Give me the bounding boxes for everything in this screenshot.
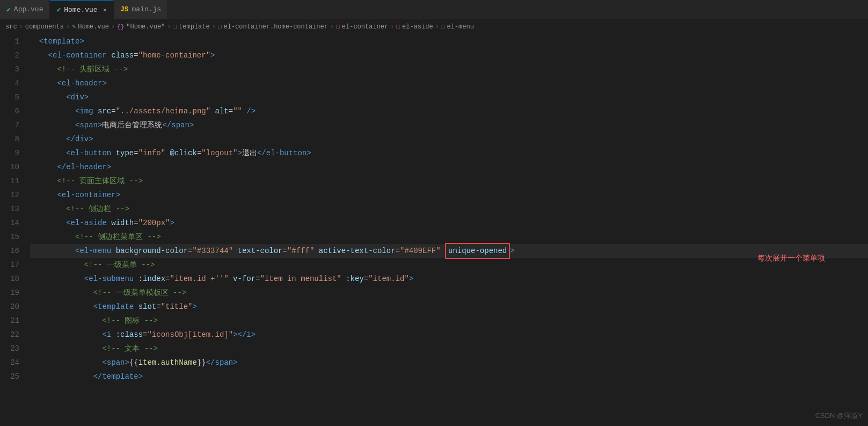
breadcrumb-el-menu: el-menu — [447, 23, 473, 31]
annotation: 每次展开一个菜单项 — [757, 251, 825, 265]
code-line-17: <!-- 一级菜单 --> — [30, 258, 868, 272]
breadcrumb-homevue-label: "Home.vue" — [126, 23, 165, 31]
vue-icon-home: ✔ — [56, 5, 61, 14]
code-line-9: <el-button type="info" @click="logout">退… — [30, 146, 868, 160]
line-num-9: 9 — [0, 146, 19, 160]
line-num-5: 5 — [0, 90, 19, 104]
tab-close-home[interactable]: ✕ — [103, 6, 107, 14]
code-line-4: <el-header> — [30, 76, 868, 90]
line-numbers: 1 2 3 4 5 6 7 8 9 10 11 12 13 14 15 16 1… — [0, 34, 26, 426]
vue-breadcrumb-icon: ✎ — [72, 23, 76, 31]
line-num-11: 11 — [0, 174, 19, 188]
breadcrumb-src: src — [5, 23, 17, 31]
line-num-24: 24 — [0, 356, 19, 370]
code-line-24: <span>{{item.authName}}</span> — [30, 356, 868, 370]
line-num-2: 2 — [0, 48, 19, 62]
annotation-text: 每次展开一个菜单项 — [757, 251, 825, 265]
code-line-13: <!-- 侧边栏 --> — [30, 202, 868, 216]
tab-label-home: Home.vue — [64, 6, 97, 14]
breadcrumb-homevue: Home.vue — [78, 23, 109, 31]
breadcrumb-el-aside: el-aside — [402, 23, 433, 31]
breadcrumb: src › components › ✎ Home.vue › {} "Home… — [0, 19, 868, 34]
template-breadcrumb-icon5: □ — [441, 24, 445, 30]
line-num-1: 1 — [0, 34, 19, 48]
code-line-1: <template> — [30, 34, 868, 48]
line-num-3: 3 — [0, 62, 19, 76]
tab-main-js[interactable]: JS main.js — [114, 0, 168, 19]
line-num-19: 19 — [0, 286, 19, 300]
code-line-14: <el-aside width="200px"> — [30, 216, 868, 230]
obj-breadcrumb-icon: {} — [117, 24, 124, 30]
code-line-6: <img src="../assets/heima.png" alt="" /> — [30, 104, 868, 118]
line-num-12: 12 — [0, 188, 19, 202]
line-num-6: 6 — [0, 104, 19, 118]
code-line-16: <el-menu background-color="#333744" text… — [30, 244, 868, 258]
line-num-21: 21 — [0, 314, 19, 328]
tab-label-main: main.js — [132, 5, 162, 13]
line-num-8: 8 — [0, 132, 19, 146]
breadcrumb-el-container-home: el-container.home-container — [224, 23, 328, 31]
code-line-10: </el-header> — [30, 160, 868, 174]
code-line-3: <!-- 头部区域 --> — [30, 62, 868, 76]
code-line-22: <i :class="iconsObj[item.id]"></i> — [30, 328, 868, 342]
template-breadcrumb-icon3: □ — [336, 24, 340, 30]
code-line-15: <!-- 侧边栏菜单区 --> — [30, 230, 868, 244]
code-line-8: </div> — [30, 132, 868, 146]
line-num-4: 4 — [0, 76, 19, 90]
code-line-25: </template> — [30, 370, 868, 384]
template-breadcrumb-icon1: □ — [173, 24, 177, 30]
code-line-5: <div> — [30, 90, 868, 104]
breadcrumb-components: components — [25, 23, 64, 31]
tab-label-app: App.vue — [14, 5, 43, 13]
line-num-7: 7 — [0, 118, 19, 132]
breadcrumb-template: template — [179, 23, 210, 31]
line-num-14: 14 — [0, 216, 19, 230]
editor-window: ✔ App.vue ✔ Home.vue ✕ JS main.js src › … — [0, 0, 868, 426]
line-num-13: 13 — [0, 202, 19, 216]
code-line-2: <el-container class="home-container"> — [30, 48, 868, 62]
line-num-10: 10 — [0, 160, 19, 174]
vue-icon-app: ✔ — [6, 5, 11, 14]
line-num-23: 23 — [0, 342, 19, 356]
code-line-23: <!-- 文本 --> — [30, 342, 868, 356]
breadcrumb-el-container: el-container — [342, 23, 388, 31]
editor-body: 1 2 3 4 5 6 7 8 9 10 11 12 13 14 15 16 1… — [0, 34, 868, 426]
code-line-20: <template slot="title"> — [30, 300, 868, 314]
line-num-17: 17 — [0, 258, 19, 272]
line-num-25: 25 — [0, 370, 19, 384]
tab-home-vue[interactable]: ✔ Home.vue ✕ — [50, 0, 113, 19]
code-line-21: <!-- 图标 --> — [30, 314, 868, 328]
js-icon-main: JS — [120, 5, 129, 13]
unique-opened-highlight: unique-opened — [445, 243, 510, 259]
csdn-watermark: CSDN @洋溢Y — [815, 411, 863, 421]
line-num-15: 15 — [0, 230, 19, 244]
tab-bar: ✔ App.vue ✔ Home.vue ✕ JS main.js — [0, 0, 868, 19]
code-editor[interactable]: <template> <el-container class="home-con… — [26, 34, 868, 426]
template-breadcrumb-icon4: □ — [396, 24, 400, 30]
code-line-12: <el-container> — [30, 188, 868, 202]
code-line-7: <span>电商后台管理系统</span> — [30, 118, 868, 132]
line-num-20: 20 — [0, 300, 19, 314]
template-breadcrumb-icon2: □ — [218, 24, 222, 30]
line-num-18: 18 — [0, 272, 19, 286]
code-line-19: <!-- 一级菜单模板区 --> — [30, 286, 868, 300]
code-line-11: <!-- 页面主体区域 --> — [30, 174, 868, 188]
tab-app-vue[interactable]: ✔ App.vue — [0, 0, 50, 19]
line-num-22: 22 — [0, 328, 19, 342]
code-line-18: <el-submenu :index="item.id +''" v-for="… — [30, 272, 868, 286]
line-num-16: 16 — [0, 244, 19, 258]
